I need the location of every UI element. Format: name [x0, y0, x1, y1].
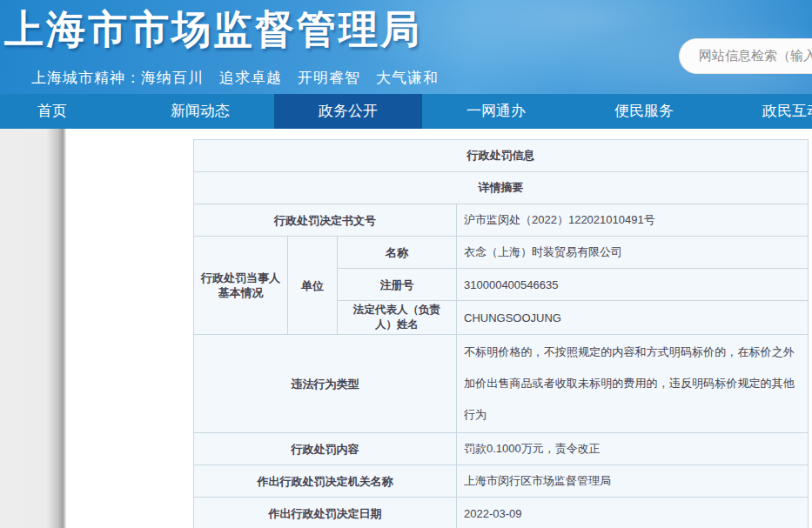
value-legal-rep: CHUNGSOOJUNG: [457, 301, 809, 335]
main-nav-inner: 首页 新闻动态 政务公开 一网通办 便民服务 政民互动: [0, 94, 812, 129]
value-authority: 上海市闵行区市场监督管理局: [457, 465, 809, 498]
nav-tab-home[interactable]: 首页: [0, 94, 126, 129]
table-row: 违法行为类型 不标明价格的，不按照规定的内容和方式明码标价的，在标价之外加价出售…: [194, 335, 809, 433]
table-subtitle: 详情摘要: [194, 172, 809, 204]
label-penalty-content: 行政处罚内容: [194, 433, 457, 465]
value-violation-type: 不标明价格的，不按照规定的内容和方式明码标价的，在标价之外加价出售商品或者收取未…: [457, 335, 809, 433]
table-row: 作出行政处罚决定机关名称 上海市闵行区市场监督管理局: [194, 465, 809, 498]
table-row: 行政处罚内容 罚款0.1000万元，责令改正: [194, 433, 809, 465]
nav-tab-public-interaction[interactable]: 政民互动: [718, 94, 812, 129]
nav-tab-gov-info[interactable]: 政务公开: [274, 94, 422, 129]
label-name: 名称: [338, 237, 457, 269]
nav-tab-news[interactable]: 新闻动态: [126, 94, 274, 129]
table-row: 行政处罚当事人基本情况 单位 名称 衣念（上海）时装贸易有限公司: [194, 237, 809, 269]
value-name: 衣念（上海）时装贸易有限公司: [457, 237, 809, 269]
table-row: 作出行政处罚决定日期 2022-03-09: [194, 498, 809, 528]
nav-tab-convenience-services[interactable]: 便民服务: [570, 94, 718, 129]
value-penalty-content: 罚款0.1000万元，责令改正: [457, 433, 809, 465]
table-title: 行政处罚信息: [194, 140, 809, 172]
value-decision-date: 2022-03-09: [457, 498, 809, 528]
value-reg-no: 310000400546635: [457, 269, 809, 301]
label-decision-date: 作出行政处罚决定日期: [194, 498, 457, 528]
site-search-input[interactable]: 网站信息检索（输入: [679, 38, 812, 74]
nav-tab-one-stop-services[interactable]: 一网通办: [422, 94, 570, 129]
table-row: 详情摘要: [194, 172, 809, 204]
label-legal-rep: 法定代表人（负责人）姓名: [338, 301, 457, 335]
table-row: 行政处罚决定书文号 沪市监闵处（2022）122021010491号: [194, 204, 809, 237]
table-row: 行政处罚信息: [194, 140, 809, 172]
label-party-type: 单位: [288, 237, 338, 335]
label-authority: 作出行政处罚决定机关名称: [194, 465, 457, 498]
value-doc-no: 沪市监闵处（2022）122021010491号: [457, 204, 809, 237]
label-party-section: 行政处罚当事人基本情况: [194, 237, 288, 335]
left-margin-strip: [0, 129, 66, 528]
label-violation-type: 违法行为类型: [194, 335, 457, 433]
label-reg-no: 注册号: [338, 269, 457, 301]
site-header: 上海市市场监督管理局 上海城市精神：海纳百川 追求卓越 开明睿智 大气谦和 网站…: [0, 0, 812, 94]
main-nav: 首页 新闻动态 政务公开 一网通办 便民服务 政民互动: [0, 94, 812, 129]
search-placeholder-text: 网站信息检索（输入: [699, 48, 812, 64]
site-slogan: 上海城市精神：海纳百川 追求卓越 开明睿智 大气谦和: [31, 68, 439, 88]
label-doc-no: 行政处罚决定书文号: [194, 204, 457, 237]
page-content: 行政处罚信息 详情摘要 行政处罚决定书文号 沪市监闵处（2022）1220210…: [0, 129, 812, 528]
site-title: 上海市市场监督管理局: [4, 3, 422, 56]
penalty-table: 行政处罚信息 详情摘要 行政处罚决定书文号 沪市监闵处（2022）1220210…: [193, 139, 809, 528]
